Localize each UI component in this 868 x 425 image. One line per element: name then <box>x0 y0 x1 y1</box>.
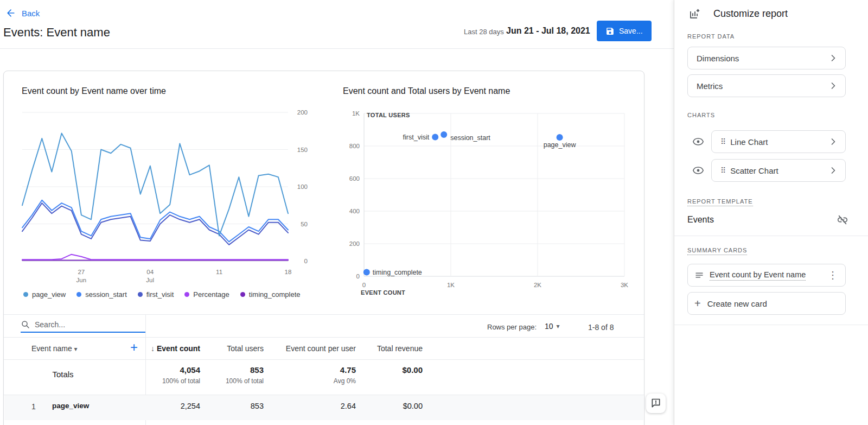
scatter-chart-visibility-toggle[interactable] <box>692 164 705 177</box>
svg-text:150: 150 <box>297 147 308 153</box>
svg-text:session_start: session_start <box>450 134 490 142</box>
eye-icon <box>692 136 704 148</box>
dimensions-label: Dimensions <box>697 54 828 63</box>
notes-icon <box>694 270 704 280</box>
summary-card-title: Event count by Event name <box>710 270 827 281</box>
column-header-event-count[interactable]: ↓ Event count <box>101 344 200 353</box>
drag-handle-icon[interactable]: ⠿ <box>720 166 725 175</box>
date-range-value[interactable]: Jun 21 - Jul 18, 2021 <box>506 26 590 36</box>
search-input[interactable] <box>35 320 127 329</box>
report-card: Event count by Event name over time Even… <box>3 71 644 425</box>
svg-text:400: 400 <box>349 208 360 214</box>
dimensions-row[interactable]: Dimensions <box>687 47 846 69</box>
legend-dot <box>76 292 81 297</box>
row-index: 1 <box>31 402 36 411</box>
svg-text:0: 0 <box>356 273 360 280</box>
feedback-button[interactable] <box>646 394 666 413</box>
svg-text:timing_complete: timing_complete <box>373 269 422 276</box>
plus-icon: + <box>694 297 701 310</box>
row-total-users: 853 <box>210 402 264 410</box>
svg-text:first_visit: first_visit <box>403 134 430 141</box>
row-per-user: 2.64 <box>264 402 356 410</box>
totals-total-users-value: 853 <box>210 365 264 375</box>
legend-item-first_visit[interactable]: first_visit <box>138 290 174 299</box>
create-new-card-button[interactable]: + Create new card <box>687 292 846 315</box>
drag-handle-icon[interactable]: ⠿ <box>720 137 725 146</box>
line-chart: 05010015020027Jun04Jul1118 <box>20 105 313 286</box>
save-label: Save... <box>619 27 643 35</box>
metrics-row[interactable]: Metrics <box>687 74 846 97</box>
create-new-card-label: Create new card <box>707 299 839 308</box>
svg-text:04: 04 <box>146 269 154 275</box>
back-button[interactable]: Back <box>5 8 40 18</box>
svg-text:EVENT COUNT: EVENT COUNT <box>361 289 405 296</box>
app-root: { "icons": { "caret_down": "▾", "plus": … <box>0 0 868 425</box>
legend-item-page_view[interactable]: page_view <box>23 290 66 299</box>
rows-per-page-select[interactable]: 10 ▾ <box>545 322 560 331</box>
row-event-name: page_view <box>52 402 89 410</box>
totals-per-user-sub: Avg 0% <box>264 377 356 385</box>
scatter-chart-title: Event count and Total users by Event nam… <box>343 86 510 96</box>
svg-text:Jun: Jun <box>76 277 87 283</box>
svg-text:TOTAL USERS: TOTAL USERS <box>367 112 410 118</box>
main-area: Back Events: Event name Last 28 days Jun… <box>0 0 674 425</box>
totals-event-count-value: 4,054 <box>101 365 200 375</box>
customize-report-panel: Customize report REPORT DATA Dimensions … <box>674 0 868 425</box>
summary-card-row[interactable]: Event count by Event name ⋮ <box>687 264 846 287</box>
line-chart-visibility-toggle[interactable] <box>692 135 705 148</box>
legend-item-timing_complete[interactable]: timing_complete <box>240 290 301 299</box>
legend-item-session_start[interactable]: session_start <box>76 290 127 299</box>
kebab-menu-icon[interactable]: ⋮ <box>827 269 839 281</box>
svg-text:18: 18 <box>285 269 292 275</box>
metrics-label: Metrics <box>697 81 828 91</box>
line-chart-label: Line Chart <box>730 137 828 147</box>
summary-card-title-text: Event count by Event name <box>710 270 806 281</box>
report-template-label-text: REPORT TEMPLATE <box>687 198 753 206</box>
totals-revenue: $0.00 <box>351 365 423 375</box>
event-name-header-label: Event name <box>31 344 72 353</box>
header-divider <box>0 48 674 49</box>
rows-per-page-label: Rows per page: <box>487 323 537 331</box>
totals-per-user-value: 4.75 <box>264 365 356 375</box>
save-button[interactable]: Save... <box>597 21 652 41</box>
chevron-right-icon <box>828 80 839 91</box>
rows-per-page-value: 10 <box>545 322 553 331</box>
report-template-section-label: REPORT TEMPLATE <box>687 196 753 206</box>
svg-text:27: 27 <box>78 269 85 275</box>
chevron-right-icon <box>828 165 839 176</box>
table-search <box>21 320 145 333</box>
row-revenue: $0.00 <box>351 402 423 410</box>
caret-down-icon: ▾ <box>74 345 78 353</box>
report-data-section-label: REPORT DATA <box>687 33 735 40</box>
chart-legend: page_viewsession_startfirst_visitPercent… <box>23 290 300 299</box>
eye-icon <box>692 164 704 176</box>
totals-label: Totals <box>36 370 90 379</box>
caret-down-icon: ▾ <box>557 322 560 330</box>
svg-text:100: 100 <box>297 183 308 190</box>
summary-cards-section-label: SUMMARY CARDS <box>687 245 747 255</box>
column-header-total-users[interactable]: Total users <box>210 344 264 353</box>
column-header-per-user[interactable]: Event count per user <box>264 344 356 353</box>
svg-text:11: 11 <box>216 269 222 275</box>
scatter-chart: 02004006008001K01K2K3KTOTAL USERSEVENT C… <box>335 105 639 300</box>
save-icon <box>605 27 615 36</box>
column-header-event-name[interactable]: Event name ▾ <box>31 344 78 353</box>
search-icon <box>21 320 30 329</box>
svg-text:0: 0 <box>362 282 366 288</box>
date-range-label: Last 28 days <box>464 28 504 36</box>
legend-label: page_view <box>32 290 66 299</box>
svg-text:Jul: Jul <box>146 277 154 283</box>
totals-total-users: 853 100% of total <box>210 365 264 385</box>
scatter-chart-label: Scatter Chart <box>730 166 828 175</box>
unlink-template-button[interactable] <box>835 213 850 227</box>
column-header-revenue[interactable]: Total revenue <box>351 344 423 353</box>
template-name: Events <box>687 215 714 225</box>
unlink-icon <box>837 214 848 226</box>
legend-item-Percentage[interactable]: Percentage <box>184 290 229 299</box>
svg-text:2K: 2K <box>534 282 541 288</box>
line-chart-row[interactable]: ⠿ Line Chart <box>711 130 846 153</box>
totals-per-user: 4.75 Avg 0% <box>264 365 356 385</box>
scatter-chart-row[interactable]: ⠿ Scatter Chart <box>711 159 846 182</box>
summary-cards-label-text: SUMMARY CARDS <box>687 247 747 255</box>
feedback-icon <box>650 398 661 409</box>
